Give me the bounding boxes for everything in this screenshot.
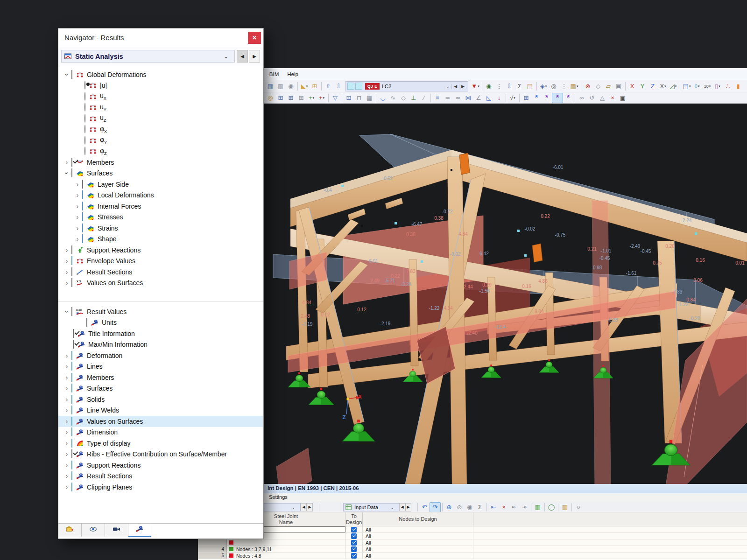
checkbox-partial[interactable] (71, 461, 72, 469)
visibility-layers-icon[interactable]: ▤▾ (682, 82, 692, 91)
tree-item-strains[interactable]: ›Strains (58, 223, 263, 234)
row-insert-icon[interactable]: ⇤ (488, 503, 499, 512)
tree-item-x[interactable]: φX (58, 124, 263, 135)
chevron-right-icon[interactable]: › (62, 439, 71, 448)
tree-item-shape[interactable]: ›Shape (58, 234, 263, 245)
panel-manager-tab[interactable] (58, 524, 82, 537)
guidelines-icon[interactable]: +▾ (306, 93, 317, 103)
checkbox-partial[interactable] (82, 191, 83, 199)
tree-item-stresses[interactable]: ›Stresses (58, 212, 263, 223)
checkbox-unchecked[interactable] (82, 180, 83, 189)
radio-unselected[interactable] (85, 147, 85, 155)
checkbox-partial[interactable] (71, 373, 72, 382)
joint-edit-icon[interactable]: ⊘ (454, 503, 465, 512)
checkbox-partial[interactable] (71, 439, 72, 448)
diagram-edit-icon[interactable]: ◺ (484, 93, 494, 103)
3d-viewport[interactable]: -0.52-0.4-0.720.38-6.470.384.84-9.026.42… (264, 104, 747, 484)
show-solids-icon[interactable]: ◇ (398, 93, 409, 103)
camera-capture-icon[interactable]: ▣ (618, 93, 628, 103)
diagram-hatched-icon[interactable]: ≃ (453, 93, 463, 103)
tree-item-surfaces[interactable]: ›Surfaces (58, 168, 263, 179)
chevron-down-icon[interactable]: › (62, 307, 71, 316)
checked-checkbox-icon[interactable] (351, 533, 357, 539)
tree-item-layer-side[interactable]: ›Layer Side (58, 179, 263, 190)
rotate-view-icon[interactable]: ↺ (587, 93, 597, 103)
checkbox-partial[interactable] (82, 202, 83, 210)
chevron-right-icon[interactable]: › (62, 373, 71, 382)
chevron-right-icon[interactable]: › (62, 427, 71, 437)
joint-add-icon[interactable]: ⊕ (444, 503, 454, 512)
chevron-right-icon[interactable]: › (62, 362, 71, 371)
result-table-icon[interactable]: ⊞ (521, 93, 531, 103)
table-row[interactable]: All (198, 526, 747, 533)
tree-item-surfaces[interactable]: ›Surfaces (58, 383, 263, 394)
show-supports-icon[interactable]: ⊥ (409, 93, 419, 103)
menu-item-bim[interactable]: -BIM (268, 71, 279, 77)
chevron-right-icon[interactable]: › (73, 190, 82, 200)
to-design-cell[interactable] (345, 533, 363, 539)
tree-item-dimension[interactable]: ›Dimension (58, 427, 263, 438)
checkbox-checked[interactable] (73, 340, 74, 349)
checkbox-partial[interactable] (71, 384, 72, 392)
checkbox-partial[interactable] (71, 362, 72, 371)
model-table-icon[interactable]: ▦ (265, 82, 275, 91)
camera-tab[interactable] (105, 524, 128, 537)
diagram-angle-icon[interactable]: ∠ (473, 93, 484, 103)
render-flower-3-icon[interactable]: * (563, 93, 573, 103)
chevron-right-icon[interactable]: › (62, 417, 71, 426)
checkbox-unchecked[interactable] (71, 279, 72, 287)
chevron-right-icon[interactable]: › (73, 234, 82, 244)
render-flower-1-icon[interactable]: * (542, 93, 552, 103)
steel-joint-name-cell[interactable]: Nodes : 4,8 (227, 553, 345, 559)
joint-view-icon[interactable]: ◉ (465, 503, 475, 512)
show-lines-icon[interactable]: ∕ (419, 93, 429, 103)
case-prev-icon[interactable]: ◀ (301, 503, 307, 511)
to-design-cell[interactable] (345, 546, 363, 552)
navigator-title-bar[interactable]: Navigator - Results ✕ (58, 28, 263, 48)
tree-item-envelope-values[interactable]: ›Envelope Values (58, 256, 263, 267)
render-flower-2-icon[interactable]: * (552, 93, 563, 103)
filter-loads-icon[interactable]: ▼▾ (470, 82, 480, 91)
calendar-icon[interactable]: ▦ (560, 503, 570, 512)
notes-icon[interactable]: ▤ (525, 82, 535, 91)
panel-title-bar[interactable]: int Design | EN 1993 | CEN | 2015-06 (198, 484, 747, 494)
tree-item-global-deformations[interactable]: ›Global Deformations (58, 69, 263, 80)
copy-view-icon[interactable]: ▣ (613, 82, 624, 91)
tree-item-internal-forces[interactable]: ›Internal Forces (58, 201, 263, 212)
checkbox-partial[interactable] (71, 483, 72, 491)
diagram-outline-icon[interactable]: ≂ (443, 93, 453, 103)
chevron-right-icon[interactable]: › (73, 202, 82, 211)
checkbox-partial[interactable] (71, 472, 72, 480)
snap-icon[interactable]: ◎ (265, 93, 275, 103)
tree-item-y[interactable]: φY (58, 135, 263, 146)
export-table-icon[interactable]: ▦ (533, 503, 543, 512)
grid-snap-3-icon[interactable]: ⊞ (296, 93, 306, 103)
nodes-to-design-cell[interactable]: All (363, 553, 473, 559)
relation-forward-icon[interactable]: ↷ (430, 502, 441, 512)
result-values-tab[interactable] (128, 524, 151, 537)
tree-item-values-on-surfaces[interactable]: ›Values on Surfaces (58, 416, 263, 427)
radio-unselected[interactable] (85, 125, 85, 133)
load-case-dropdown-icon[interactable]: ⌄ (444, 84, 452, 89)
view-z-icon[interactable]: Z (648, 82, 658, 91)
checkbox-checked[interactable] (71, 158, 72, 167)
tree-item-values-on-surfaces[interactable]: ›x.xValues on Surfaces (58, 278, 263, 289)
tree-item-members[interactable]: ›Members (58, 157, 263, 168)
checked-checkbox-icon[interactable] (351, 527, 357, 532)
grid-snap-2-icon[interactable]: ⊞ (286, 93, 296, 103)
load-case-down-icon[interactable]: ⇩ (333, 82, 344, 91)
chevron-right-icon[interactable]: › (62, 406, 71, 415)
chevron-right-icon[interactable]: › (62, 245, 71, 255)
checked-checkbox-icon[interactable] (351, 553, 357, 559)
nodes-to-design-cell[interactable]: All (363, 546, 473, 552)
nodes-to-design-cell[interactable]: All (363, 533, 473, 539)
diagram-filled-icon[interactable]: ≡ (432, 93, 443, 103)
close-icon[interactable]: ✕ (248, 32, 261, 44)
tree-item-type-of-display[interactable]: ›Type of display (58, 438, 263, 449)
show-surfaces-icon[interactable]: ∿ (388, 93, 398, 103)
tree-item-solids[interactable]: ›Solids (58, 394, 263, 405)
checked-checkbox-icon[interactable] (351, 540, 357, 546)
checkbox-partial[interactable] (71, 417, 72, 426)
checkbox-partial[interactable] (71, 428, 72, 436)
spreadsheet-icon[interactable]: ▥ (275, 82, 286, 91)
